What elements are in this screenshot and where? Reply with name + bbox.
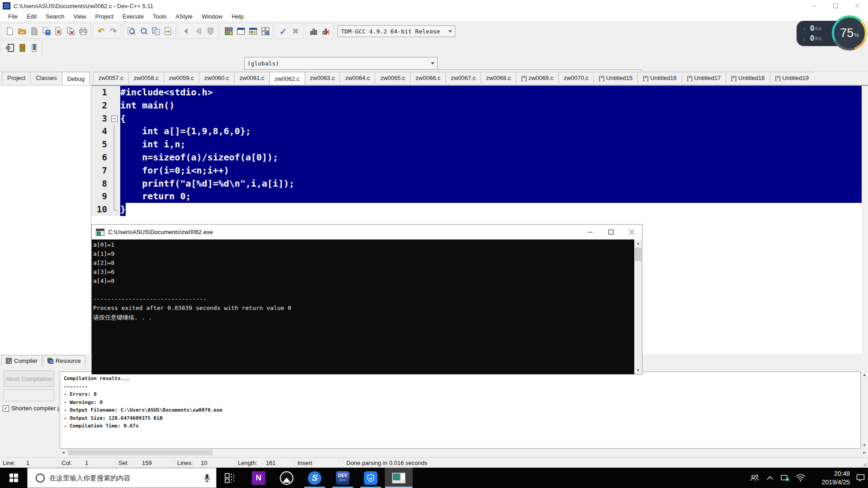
scroll-thumb[interactable]: [68, 450, 212, 455]
specials-button-1[interactable]: [4, 42, 16, 54]
compiler-profile-select[interactable]: TDM-GCC 4.9.2 64-bit Release: [338, 25, 455, 37]
editor-tab[interactable]: [*] Untitled18: [726, 72, 770, 84]
microphone-icon[interactable]: [198, 474, 216, 482]
compile-log-vscrollbar[interactable]: ▲▼: [861, 371, 868, 449]
editor-tab[interactable]: zw0065.c: [375, 72, 410, 84]
compile-button[interactable]: [222, 25, 235, 38]
console-minimize-button[interactable]: [580, 225, 600, 239]
people-icon[interactable]: [747, 474, 762, 482]
abort-button[interactable]: ✖: [289, 25, 302, 38]
profile-button[interactable]: [307, 25, 320, 38]
menu-item[interactable]: Tools: [148, 12, 171, 22]
menu-item[interactable]: File: [4, 12, 22, 22]
fold-marker[interactable]: [109, 177, 120, 190]
editor-tab[interactable]: zw0057.c: [93, 72, 129, 84]
close-button[interactable]: [846, 0, 868, 12]
close-all-button[interactable]: [65, 25, 77, 38]
panel-tab[interactable]: Classes: [30, 72, 62, 84]
editor-tab[interactable]: zw0067.c: [445, 72, 481, 84]
menu-item[interactable]: Search: [41, 12, 69, 22]
net-speed-widget[interactable]: ↑ 0 K/s ↓ 0 K/s 75 %: [797, 15, 868, 52]
print-button[interactable]: [77, 25, 89, 38]
editor-tab[interactable]: zw0061.c: [234, 72, 270, 84]
back-button[interactable]: [180, 25, 192, 38]
editor-tab[interactable]: zw0058.c: [128, 72, 164, 84]
taskbar-devcpp[interactable]: DEVC++: [329, 468, 357, 488]
menu-item[interactable]: Window: [197, 12, 227, 22]
new-button[interactable]: [4, 25, 16, 38]
editor-tab[interactable]: [*] zw0069.c: [516, 72, 559, 84]
start-button[interactable]: [0, 468, 27, 488]
minimize-button[interactable]: [803, 0, 825, 12]
scroll-right-icon[interactable]: ►: [863, 450, 866, 455]
open-button[interactable]: [16, 25, 28, 38]
tab-resource[interactable]: Resource: [43, 355, 85, 366]
scroll-up-icon[interactable]: ▲: [863, 373, 866, 377]
rebuild-button[interactable]: [259, 25, 271, 38]
compile-log-hscrollbar[interactable]: ◄►: [60, 449, 868, 456]
fold-marker[interactable]: [109, 125, 120, 138]
globals-select[interactable]: (globals): [244, 57, 438, 70]
scroll-left-icon[interactable]: ◄: [61, 450, 65, 455]
taskbar-media-app[interactable]: [273, 468, 301, 488]
panel-tab[interactable]: Project: [2, 72, 31, 84]
close-file-button[interactable]: [52, 25, 65, 38]
editor-tab[interactable]: [*] Untitled17: [682, 72, 726, 84]
fold-marker[interactable]: [109, 151, 120, 164]
replace-button[interactable]: [150, 25, 162, 38]
console-window[interactable]: C:\Users\ASUS\Documents\zw0062.exe a[0]=…: [91, 224, 642, 375]
fold-marker[interactable]: [109, 112, 120, 125]
menu-item[interactable]: Project: [91, 12, 118, 22]
scroll-thumb[interactable]: [635, 248, 642, 261]
menu-item[interactable]: Edit: [22, 12, 41, 22]
hidden-icons-chevron[interactable]: [762, 476, 778, 480]
editor-tab[interactable]: zw0066.c: [410, 72, 446, 84]
undo-button[interactable]: ↶: [95, 25, 107, 38]
delete-profile-button[interactable]: [320, 25, 332, 38]
maximize-button[interactable]: [825, 0, 846, 12]
fold-marker[interactable]: [109, 203, 120, 216]
editor-tab[interactable]: zw0059.c: [164, 72, 199, 84]
taskbar-clock[interactable]: 20:48 2019/4/25: [811, 469, 850, 487]
console-titlebar[interactable]: C:\Users\ASUS\Documents\zw0062.exe: [92, 225, 642, 239]
console-output[interactable]: a[0]=1a[1]=9a[2]=8a[3]=6a[4]=0----------…: [92, 239, 642, 374]
editor-tab[interactable]: zw0063.c: [305, 72, 340, 84]
find-button[interactable]: [125, 25, 137, 38]
goto-line-button[interactable]: [162, 25, 174, 38]
scroll-down-icon[interactable]: ▼: [634, 366, 642, 374]
editor-tab[interactable]: zw0068.c: [481, 72, 516, 84]
editor-tab[interactable]: zw0070.c: [558, 72, 594, 84]
taskbar-onenote[interactable]: N: [245, 468, 273, 488]
fold-marker[interactable]: [109, 190, 120, 203]
goto-declaration-button[interactable]: [204, 25, 217, 38]
specials-button-2[interactable]: [16, 42, 28, 54]
search-input[interactable]: [49, 474, 198, 482]
taskbar-search[interactable]: [27, 468, 217, 488]
editor-tab[interactable]: zw0060.c: [199, 72, 235, 84]
compile-run-button[interactable]: [247, 25, 259, 38]
wifi-icon[interactable]: [793, 474, 808, 482]
syntax-check-button[interactable]: ✓: [277, 25, 289, 38]
find-in-files-button[interactable]: [137, 25, 150, 38]
specials-button-3[interactable]: [28, 42, 40, 54]
compile-log[interactable]: Compilation results...--------- Errors: …: [60, 371, 861, 449]
taskbar-pc-manager[interactable]: [357, 468, 385, 488]
console-close-button[interactable]: [621, 225, 642, 239]
menu-item[interactable]: Help: [227, 12, 248, 22]
fold-marker[interactable]: [109, 138, 120, 151]
editor-scrollbar[interactable]: [862, 86, 868, 354]
scroll-down-icon[interactable]: ▼: [863, 443, 866, 447]
phone-link-icon[interactable]: [778, 474, 793, 482]
abort-compilation-button[interactable]: Abort Compilation: [4, 371, 54, 387]
editor-tab[interactable]: zw0064.c: [340, 72, 375, 84]
editor-tab[interactable]: [*] Untitled15: [594, 72, 638, 84]
redo-button[interactable]: ↷: [107, 25, 119, 38]
taskbar-s-app[interactable]: S: [301, 468, 329, 488]
menu-item[interactable]: AStyle: [171, 12, 197, 22]
editor-tab[interactable]: [*] Untitled19: [770, 72, 814, 84]
resize-grip[interactable]: [862, 458, 868, 468]
menu-item[interactable]: Execute: [118, 12, 148, 22]
forward-button[interactable]: [192, 25, 204, 38]
action-center-icon[interactable]: [853, 474, 868, 482]
scroll-up-icon[interactable]: ▲: [634, 239, 642, 247]
